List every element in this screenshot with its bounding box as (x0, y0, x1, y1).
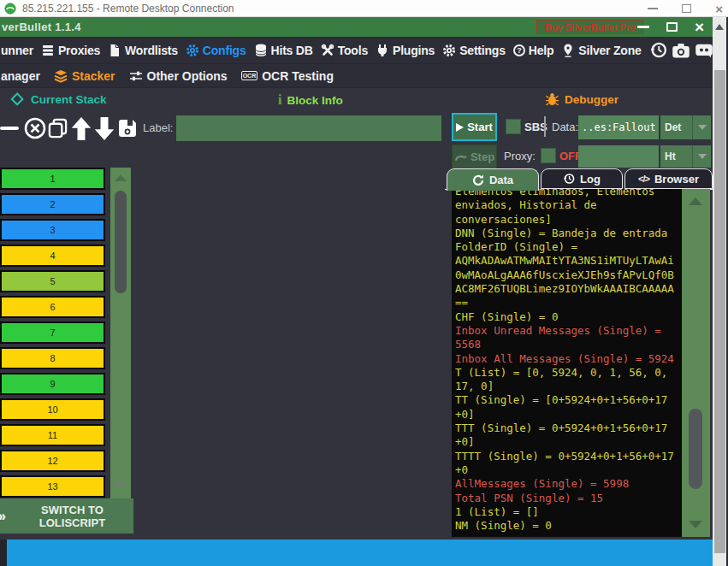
scrollbar-thumb[interactable] (714, 70, 725, 553)
scroll-up-icon[interactable] (715, 24, 724, 30)
screen: 85.215.221.155 - Remote Desktop Connecti… (0, 0, 728, 566)
app-maximize-button[interactable] (666, 22, 678, 32)
debug-log-content: Elementos eliminados, Elementosenviados,… (455, 189, 682, 533)
app-titlebar: verBullet 1.1.4 Buy SilverBullet Pro × (0, 17, 713, 37)
stack-block-2[interactable]: 2 (0, 193, 105, 215)
wordlist-type-dropdown[interactable]: Det (660, 115, 711, 139)
subnav-item-manager[interactable]: anager (1, 69, 40, 83)
log-line: FolderID (Single) = (455, 240, 682, 254)
stack-block-1[interactable]: 1 (0, 168, 105, 190)
scrollbar-thumb[interactable] (689, 409, 702, 489)
location-pin-icon (561, 44, 575, 57)
move-down-icon[interactable] (92, 115, 115, 142)
stack-block-3[interactable]: 3 (0, 219, 105, 241)
proxy-checkbox[interactable] (541, 148, 556, 163)
stack-block-11[interactable]: 11 (0, 424, 105, 446)
rdp-window-scrollbar[interactable] (713, 17, 726, 566)
menu-item-settings[interactable]: Settings (442, 44, 506, 57)
log-line: CHF (Single) = 0 (455, 310, 682, 324)
stack-block-6[interactable]: 6 (0, 296, 105, 318)
tab-browser[interactable]: </> Browser (624, 168, 713, 189)
menubar: unner Proxies Wordlists Configs (0, 37, 713, 64)
camera-icon[interactable] (672, 42, 690, 59)
subnav-item-other-options[interactable]: Other Options (129, 69, 228, 83)
menu-item-hits-db[interactable]: Hits DB (254, 44, 313, 57)
settings-gear-icon (442, 44, 456, 57)
rdp-maximize-button[interactable] (682, 4, 691, 13)
scrollbar-thumb[interactable] (115, 191, 127, 293)
debugger-tabs: Data Log </> Browser (445, 168, 713, 189)
debugger-header: Debugger (545, 92, 619, 106)
database-icon (254, 44, 268, 57)
save-stack-icon[interactable] (115, 115, 139, 142)
menu-item-runner[interactable]: unner (1, 44, 33, 57)
stack-block-13[interactable]: 13 (0, 475, 105, 498)
app-close-button[interactable]: × (695, 19, 704, 35)
log-line: 17, 0] (455, 380, 682, 393)
history-icon[interactable] (649, 41, 667, 59)
menu-item-help[interactable]: ? Help (513, 44, 554, 57)
play-icon (456, 123, 464, 132)
tab-data[interactable]: Data (447, 168, 539, 191)
log-line: +0] (455, 435, 682, 449)
stack-block-9[interactable]: 9 (0, 373, 105, 395)
delete-block-icon[interactable] (23, 115, 46, 142)
stack-block-7[interactable]: 7 (0, 321, 105, 344)
switch-to-loliscript-button[interactable]: » SWITCH TO LOLISCRIPT (0, 498, 133, 534)
debug-log-scrollbar[interactable] (682, 189, 710, 537)
remove-block-icon[interactable] (0, 115, 23, 142)
tab-log[interactable]: Log (541, 168, 623, 189)
menu-item-plugins[interactable]: Plugins (376, 44, 435, 57)
stack-scrollbar[interactable] (110, 168, 131, 498)
menu-item-proxies[interactable]: Proxies (41, 44, 100, 57)
start-button[interactable]: Start (452, 113, 497, 141)
chevron-down-icon[interactable] (692, 115, 711, 139)
stack-block-5[interactable]: 5 (0, 270, 105, 292)
app-title: verBullet 1.1.4 (2, 21, 81, 33)
stack-block-4[interactable]: 4 (0, 245, 105, 267)
tools-icon (321, 44, 334, 57)
log-line: +0] (455, 408, 682, 422)
menu-item-wordlists[interactable]: Wordlists (108, 44, 178, 57)
log-line: AC8MF26TUQBLimez9IOYbWkAAAIBCAAAAA (455, 282, 682, 296)
stack-block-12[interactable]: 12 (0, 450, 105, 472)
sbs-checkbox[interactable] (506, 119, 521, 134)
debug-log[interactable]: Elementos eliminados, Elementosenviados,… (455, 189, 682, 537)
step-button[interactable]: Step (452, 144, 497, 169)
log-line: NM (Single) = 0 (455, 519, 682, 533)
log-line: AllMessages (Single) = 5998 (455, 477, 682, 491)
stack-block-10[interactable]: 10 (0, 398, 105, 421)
proxy-input[interactable] (578, 145, 659, 168)
subnav-item-ocr-testing[interactable]: OCR OCR Testing (241, 69, 334, 83)
window-shadow (0, 539, 7, 566)
block-label-input[interactable] (176, 115, 441, 141)
scroll-down-icon[interactable] (115, 481, 127, 488)
debug-data-input[interactable] (578, 115, 659, 139)
discord-icon[interactable] (695, 42, 713, 59)
proxy-type-dropdown[interactable]: Ht (660, 145, 711, 168)
scroll-down-icon[interactable] (689, 521, 702, 528)
subnav: anager Stacker Other Options OCR OCR Tes… (0, 64, 713, 88)
log-history-icon (563, 173, 575, 185)
sliders-icon (129, 69, 143, 83)
app-minimize-button[interactable] (637, 26, 649, 28)
stack-block-8[interactable]: 8 (0, 347, 105, 369)
log-line: TT (Single) = [0+5924+0+1+56+0+17 (455, 393, 682, 407)
buy-silverbullet-pro-button[interactable]: Buy SilverBullet Pro (536, 20, 644, 34)
log-line: T (List) = [0, 5924, 0, 1, 56, 0, (455, 366, 682, 380)
rdp-minimize-button[interactable] (648, 8, 658, 9)
chevron-down-icon[interactable] (692, 145, 711, 168)
scroll-up-icon[interactable] (115, 174, 127, 181)
current-stack-header: Current Stack (9, 92, 107, 107)
clone-block-icon[interactable] (46, 115, 69, 142)
configs-gear-icon (186, 44, 199, 57)
subnav-item-stacker[interactable]: Stacker (54, 69, 115, 83)
rdp-close-button[interactable]: × (715, 3, 723, 15)
scroll-up-icon[interactable] (689, 198, 702, 205)
menu-item-configs[interactable]: Configs (186, 44, 246, 57)
move-up-icon[interactable] (69, 115, 92, 142)
log-line: TTTT (Single) = 0+5924+0+1+56+0+17 (455, 450, 682, 463)
menu-item-silver-zone[interactable]: Silver Zone (561, 44, 641, 57)
label-caption: Label: (143, 121, 173, 134)
menu-item-tools[interactable]: Tools (321, 44, 368, 57)
